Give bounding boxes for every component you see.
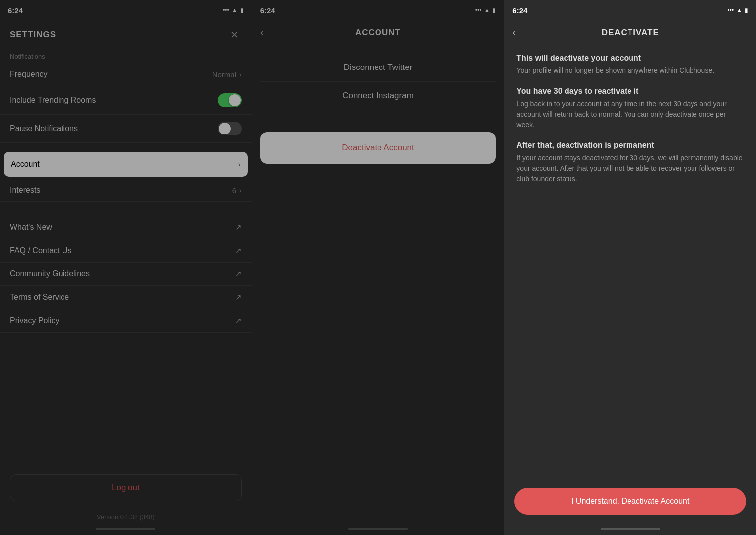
deactivate-section-1-body: Your profile will no longer be shown any…: [516, 66, 744, 76]
privacy-row[interactable]: Privacy Policy ↗: [0, 309, 252, 333]
frequency-text: Normal: [212, 70, 236, 79]
status-bar-3: 6:24 ••• ▲ ▮: [504, 0, 756, 20]
toggle-knob: [229, 94, 241, 106]
account-back-button[interactable]: ‹: [260, 26, 264, 39]
status-icons-3: ••• ▲ ▮: [728, 7, 749, 14]
pause-notifications-row[interactable]: Pause Notifications: [0, 115, 252, 143]
notifications-label: Notifications: [0, 48, 252, 63]
wifi-icon-3: ▲: [736, 7, 742, 14]
community-guidelines-label: Community Guidelines: [10, 269, 90, 278]
home-indicator-3: [601, 528, 660, 530]
terms-label: Terms of Service: [10, 293, 69, 302]
toggle-knob-2: [219, 123, 231, 134]
account-label: Account: [11, 160, 40, 169]
time-2: 6:24: [260, 6, 275, 15]
interests-label: Interests: [10, 186, 40, 195]
deactivate-section-2-body: Log back in to your account at any time …: [516, 99, 744, 130]
battery-icon: ▮: [240, 7, 244, 14]
wifi-icon: ▲: [232, 7, 238, 14]
deactivate-section-1: This will deactivate your account Your p…: [516, 54, 744, 76]
faq-label: FAQ / Contact Us: [10, 246, 71, 255]
spacer-1: [0, 143, 252, 150]
spacer-3: [0, 209, 252, 216]
deactivate-card[interactable]: Deactivate Account: [260, 132, 496, 164]
faq-row[interactable]: FAQ / Contact Us ↗: [0, 239, 252, 263]
deactivate-confirm-button[interactable]: I Understand. Deactivate Account: [514, 488, 746, 515]
connect-instagram-label: Connect Instagram: [342, 91, 414, 100]
faq-external-icon: ↗: [235, 246, 242, 255]
status-bar-2: 6:24 ••• ▲ ▮: [252, 0, 504, 20]
home-indicator-2: [348, 528, 408, 530]
deactivate-back-button[interactable]: ‹: [512, 26, 516, 39]
account-row[interactable]: Account ›: [4, 152, 248, 177]
privacy-label: Privacy Policy: [10, 316, 60, 325]
logout-button[interactable]: Log out: [10, 474, 242, 501]
deactivate-panel: 6:24 ••• ▲ ▮ ‹ DEACTIVATE This will deac…: [504, 0, 756, 535]
frequency-chevron: ›: [239, 70, 242, 78]
account-content: ‹ ACCOUNT Disconnect Twitter Connect Ins…: [252, 20, 504, 535]
account-title: ACCOUNT: [355, 28, 401, 38]
settings-content: SETTINGS ✕ Notifications Frequency Norma…: [0, 20, 252, 535]
deactivate-account-label[interactable]: Deactivate Account: [342, 143, 414, 152]
deactivate-section-1-title: This will deactivate your account: [516, 54, 744, 63]
terms-row[interactable]: Terms of Service ↗: [0, 286, 252, 309]
deactivate-section-2-title: You have 30 days to reactivate it: [516, 87, 744, 96]
interests-row[interactable]: Interests 6 ›: [0, 179, 252, 202]
account-header: ‹ ACCOUNT: [252, 20, 504, 44]
frequency-row[interactable]: Frequency Normal ›: [0, 63, 252, 86]
frequency-label: Frequency: [10, 70, 48, 79]
deactivate-sections: This will deactivate your account Your p…: [504, 44, 756, 272]
signal-icon: •••: [223, 7, 229, 14]
status-bar-1: 6:24 ••• ▲ ▮: [0, 0, 252, 20]
interests-chevron: ›: [239, 186, 242, 194]
deactivate-section-3: After that, deactivation is permanent If…: [516, 141, 744, 184]
home-indicator-1: [96, 528, 155, 530]
disconnect-twitter-label: Disconnect Twitter: [344, 63, 413, 72]
deactivate-header: ‹ DEACTIVATE: [504, 20, 756, 44]
close-button[interactable]: ✕: [228, 28, 242, 42]
pause-notifications-label: Pause Notifications: [10, 124, 78, 133]
deactivate-section-3-body: If your account stays deactivated for 30…: [516, 153, 744, 184]
battery-icon-2: ▮: [492, 7, 496, 14]
disconnect-twitter-row[interactable]: Disconnect Twitter: [260, 54, 496, 82]
frequency-value: Normal ›: [212, 70, 242, 79]
privacy-external-icon: ↗: [235, 316, 242, 325]
interests-right: 6 ›: [232, 186, 242, 195]
community-guidelines-row[interactable]: Community Guidelines ↗: [0, 263, 252, 286]
time-3: 6:24: [512, 6, 527, 15]
signal-icon-3: •••: [728, 7, 734, 14]
pause-notifications-toggle[interactable]: [218, 122, 242, 135]
whats-new-external-icon: ↗: [235, 223, 242, 232]
whats-new-row[interactable]: What's New ↗: [0, 216, 252, 239]
whats-new-label: What's New: [10, 223, 52, 232]
version-text: Version 0.1.32 (348): [0, 509, 252, 525]
trending-rooms-label: Include Trending Rooms: [10, 96, 96, 105]
signal-icon-2: •••: [475, 7, 482, 14]
settings-title: SETTINGS: [10, 30, 56, 40]
time-1: 6:24: [8, 6, 23, 15]
deactivate-content: ‹ DEACTIVATE This will deactivate your a…: [504, 20, 756, 535]
spacer-2: [0, 202, 252, 209]
connect-instagram-row[interactable]: Connect Instagram: [260, 82, 496, 110]
deactivate-footer: I Understand. Deactivate Account: [504, 480, 756, 525]
account-chevron: ›: [238, 160, 241, 168]
account-panel: 6:24 ••• ▲ ▮ ‹ ACCOUNT Disconnect Twitte…: [252, 0, 504, 535]
trending-rooms-row[interactable]: Include Trending Rooms: [0, 86, 252, 115]
wifi-icon-2: ▲: [484, 7, 490, 14]
trending-rooms-toggle[interactable]: [218, 93, 242, 107]
interests-count: 6: [232, 186, 236, 195]
battery-icon-3: ▮: [745, 7, 748, 14]
deactivate-section-3-title: After that, deactivation is permanent: [516, 141, 744, 150]
deactivate-title: DEACTIVATE: [602, 28, 659, 38]
status-icons-2: ••• ▲ ▮: [475, 7, 496, 14]
settings-panel: 6:24 ••• ▲ ▮ SETTINGS ✕ Notifications Fr…: [0, 0, 252, 535]
status-icons-1: ••• ▲ ▮: [223, 7, 244, 14]
terms-external-icon: ↗: [235, 293, 242, 302]
deactivate-section-2: You have 30 days to reactivate it Log ba…: [516, 87, 744, 130]
community-external-icon: ↗: [235, 269, 242, 278]
settings-header: SETTINGS ✕: [0, 20, 252, 48]
account-options-list: Disconnect Twitter Connect Instagram: [252, 44, 504, 120]
